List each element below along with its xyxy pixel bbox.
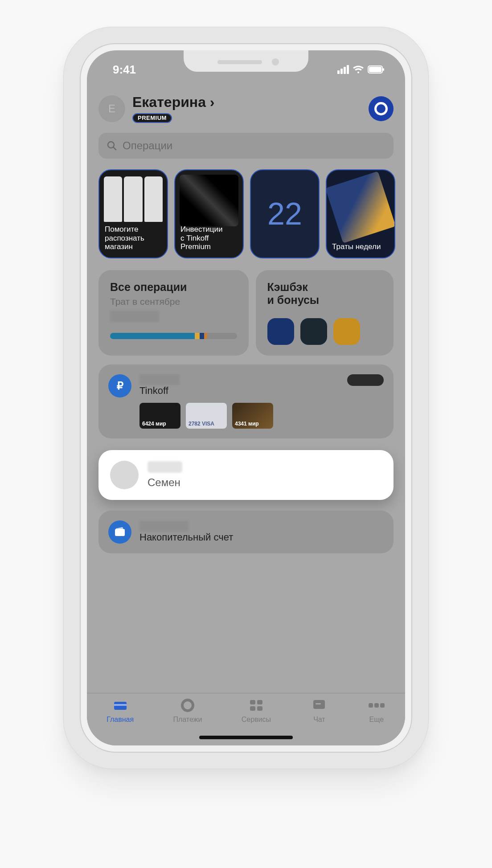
cashback-title: Кэшбэк и бонусы xyxy=(267,281,382,307)
redacted-balance xyxy=(139,521,189,532)
story-calendar[interactable]: 22 xyxy=(250,169,320,258)
stories-row[interactable]: Помогите распознать магазин Инвестиции с… xyxy=(98,169,394,258)
cashback-categories-icon xyxy=(267,318,382,345)
app-screen: 9:41 E xyxy=(87,50,405,745)
account-card[interactable]: ₽ Tinkoff 6424 мир 2782 VISA xyxy=(98,364,394,438)
ruble-icon: ₽ xyxy=(108,374,131,397)
story-label: Инвестиции с Tinkoff Premium xyxy=(180,225,238,251)
svg-rect-5 xyxy=(115,529,125,536)
tab-label: Чат xyxy=(313,716,325,724)
cellular-signal-icon xyxy=(337,65,349,74)
linked-card[interactable]: 6424 мир xyxy=(139,403,180,429)
story-label: Помогите распознать магазин xyxy=(105,225,162,251)
search-placeholder: Операции xyxy=(123,139,172,152)
tab-home[interactable]: Главная xyxy=(107,698,134,724)
story-recognize-store[interactable]: Помогите распознать магазин xyxy=(98,169,168,258)
svg-rect-12 xyxy=(257,706,262,711)
operations-subtitle: Трат в сентябре xyxy=(110,296,237,307)
avatar-initial: E xyxy=(108,102,115,115)
tab-label: Сервисы xyxy=(242,716,271,724)
redacted-amount xyxy=(110,311,159,322)
svg-rect-1 xyxy=(369,67,381,72)
tab-more[interactable]: Еще xyxy=(368,698,385,724)
home-tab-icon xyxy=(111,698,129,713)
phone-frame: 9:41 E xyxy=(63,27,429,769)
svg-rect-2 xyxy=(383,68,384,71)
savings-label: Накопительный счет xyxy=(139,532,233,543)
linked-cards-row: 6424 мир 2782 VISA 4341 мир xyxy=(139,403,384,429)
story-weekly-spend[interactable]: Траты недели xyxy=(326,169,395,258)
card-digits: 2782 VISA xyxy=(189,421,224,427)
tab-services[interactable]: Сервисы xyxy=(242,698,271,724)
tab-chat[interactable]: Чат xyxy=(310,698,328,724)
account-action-pill[interactable] xyxy=(347,374,384,386)
svg-rect-17 xyxy=(380,703,385,708)
svg-rect-10 xyxy=(257,700,262,704)
cashback-card[interactable]: Кэшбэк и бонусы xyxy=(256,270,394,356)
phone-inner: 9:41 E xyxy=(80,43,412,753)
spend-bar xyxy=(110,333,237,339)
home-indicator-icon xyxy=(199,736,293,739)
story-art-icon xyxy=(180,175,238,226)
user-block[interactable]: Екатерина › PREMIUM xyxy=(132,94,361,123)
operations-card[interactable]: Все операции Трат в сентябре xyxy=(98,270,249,356)
search-input[interactable]: Операции xyxy=(98,133,394,159)
user-name[interactable]: Екатерина › xyxy=(132,94,361,111)
summary-cards-row: Все операции Трат в сентябре Кэшбэк и бо… xyxy=(98,270,394,356)
chat-tab-icon xyxy=(310,698,328,713)
child-account-card[interactable]: Семен xyxy=(98,450,394,500)
story-day-number: 22 xyxy=(267,196,302,232)
svg-rect-16 xyxy=(374,703,379,708)
tab-label: Еще xyxy=(369,716,384,724)
tab-label: Платежи xyxy=(173,716,202,724)
redacted-balance xyxy=(148,461,182,473)
svg-rect-14 xyxy=(316,703,321,704)
search-icon xyxy=(107,140,117,151)
screen-content[interactable]: E Екатерина › PREMIUM Операции xyxy=(87,79,405,693)
tab-label: Главная xyxy=(107,716,134,724)
wallet-icon xyxy=(108,520,131,544)
more-tab-icon xyxy=(368,698,385,713)
circle-ring-icon xyxy=(374,102,388,115)
svg-rect-9 xyxy=(250,700,255,704)
user-avatar[interactable]: E xyxy=(98,95,125,122)
battery-icon xyxy=(368,66,385,74)
redacted-balance xyxy=(139,374,180,385)
savings-account-card[interactable]: Накопительный счет xyxy=(98,511,394,553)
account-name: Tinkoff xyxy=(139,385,339,397)
wifi-icon xyxy=(353,65,364,74)
device-notch xyxy=(184,50,308,72)
svg-rect-15 xyxy=(369,703,373,708)
svg-point-8 xyxy=(182,700,193,711)
child-account-name: Семен xyxy=(148,476,182,489)
story-art-icon xyxy=(104,176,163,222)
tab-payments[interactable]: Платежи xyxy=(173,698,202,724)
profile-header[interactable]: E Екатерина › PREMIUM xyxy=(98,94,394,123)
assistant-button[interactable] xyxy=(369,96,394,121)
story-label: Траты недели xyxy=(332,242,389,251)
story-card-art-icon xyxy=(326,171,395,243)
svg-line-4 xyxy=(114,147,116,150)
svg-rect-11 xyxy=(250,706,255,711)
status-icons xyxy=(337,65,385,74)
card-digits: 4341 мир xyxy=(235,421,271,427)
card-digits: 6424 мир xyxy=(142,421,178,427)
services-tab-icon xyxy=(247,698,265,713)
linked-card[interactable]: 4341 мир xyxy=(232,403,273,429)
child-avatar xyxy=(110,461,139,489)
linked-card[interactable]: 2782 VISA xyxy=(186,403,227,429)
operations-title: Все операции xyxy=(110,281,237,294)
status-time: 9:41 xyxy=(113,63,136,77)
story-investments[interactable]: Инвестиции с Tinkoff Premium xyxy=(174,169,244,258)
svg-rect-7 xyxy=(114,704,127,706)
payments-tab-icon xyxy=(179,698,197,713)
premium-badge: PREMIUM xyxy=(132,113,172,123)
